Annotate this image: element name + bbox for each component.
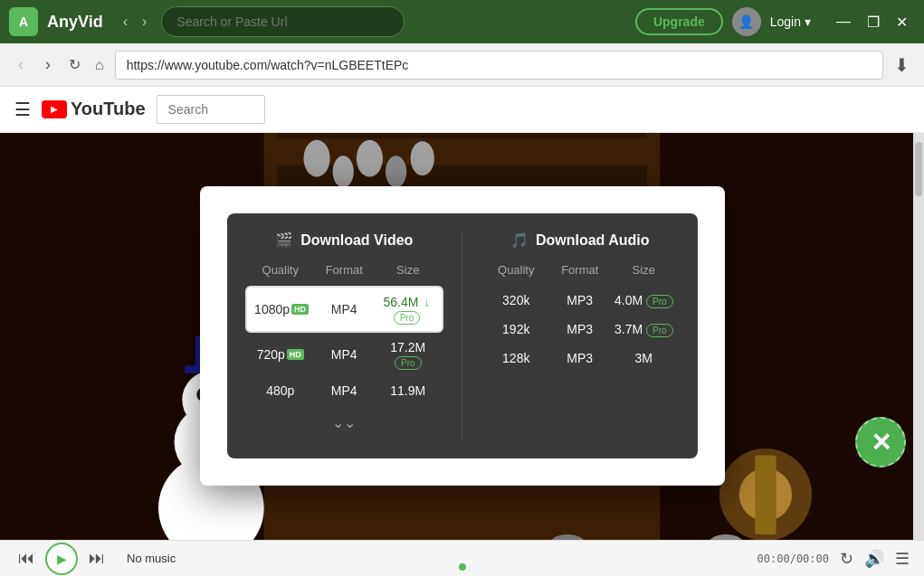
nav-back-button[interactable]: ‹ <box>118 10 133 33</box>
audio-quality-320k: 320k <box>484 293 548 307</box>
audio-quality-128k: 128k <box>484 351 548 365</box>
app-logo: A <box>9 7 38 36</box>
title-bar: A AnyVid ‹ › Upgrade 👤 Login ▾ — ❐ ✕ <box>0 0 924 43</box>
maximize-button[interactable]: ❐ <box>860 10 887 34</box>
video-row-480p[interactable]: 480p MP4 11.9M <box>245 376 444 405</box>
audio-size-320k: 4.0M Pro <box>612 293 676 307</box>
download-modal-overlay: 🎬 Download Video Quality Format Size <box>0 133 924 540</box>
audio-section-header: 🎵 Download Audio <box>481 231 680 249</box>
download-modal: 🎬 Download Video Quality Format Size <box>200 186 725 486</box>
video-quality-1080p: 1080p HD <box>251 302 313 316</box>
audio-size-128k: 3M <box>612 351 676 365</box>
pro-badge-720p: Pro <box>395 356 422 370</box>
pro-badge-192k: Pro <box>646 324 673 337</box>
video-area: 🎬 Download Video Quality Format Size <box>0 133 924 540</box>
content-wrapper: ☰ YouTube <box>0 87 924 576</box>
audio-row-320k[interactable]: 320k MP3 4.0M Pro <box>481 286 680 315</box>
youtube-logo: YouTube <box>42 99 146 119</box>
audio-row-192k[interactable]: 192k MP3 3.7M Pro <box>481 315 680 344</box>
video-icon: 🎬 <box>275 231 293 249</box>
browser-back-button[interactable]: ‹ <box>11 52 31 78</box>
pro-badge-320k: Pro <box>646 295 673 308</box>
chevron-down-icon: ▾ <box>805 14 811 29</box>
close-button[interactable]: ✕ <box>889 10 915 34</box>
youtube-text: YouTube <box>71 99 146 119</box>
browser-bar: ‹ › ↻ ⌂ https://www.youtube.com/watch?v=… <box>0 43 924 87</box>
youtube-search-input[interactable] <box>157 95 265 124</box>
panel-divider <box>462 231 462 440</box>
video-col-headers: Quality Format Size <box>245 263 444 277</box>
nav-arrows: ‹ › <box>118 10 153 33</box>
audio-size-header: Size <box>612 263 676 277</box>
minimize-button[interactable]: — <box>829 10 858 34</box>
video-quality-720p: 720p HD <box>249 347 313 362</box>
hamburger-menu-button[interactable]: ☰ <box>14 99 31 120</box>
search-bar[interactable] <box>161 6 405 37</box>
download-panel: 🎬 Download Video Quality Format Size <box>227 213 698 458</box>
video-size-header: Size <box>376 263 441 277</box>
audio-quality-header: Quality <box>484 263 548 277</box>
video-section-header: 🎬 Download Video <box>245 231 444 249</box>
audio-col-headers: Quality Format Size <box>481 263 680 277</box>
nav-forward-button[interactable]: › <box>137 10 152 33</box>
url-text: https://www.youtube.com/watch?v=nLGBEETt… <box>127 58 409 72</box>
main-content: 🎬 Download Video Quality Format Size <box>0 133 924 540</box>
video-quality-header: Quality <box>249 263 313 277</box>
window-controls: — ❐ ✕ <box>829 10 915 34</box>
login-button[interactable]: Login ▾ <box>770 14 811 29</box>
video-row-720p[interactable]: 720p HD MP4 17.2M Pro <box>245 333 444 376</box>
hd-badge-720p: HD <box>287 349 304 360</box>
expand-video-button[interactable]: ⌄⌄ <box>245 405 444 440</box>
video-size-480p: 11.9M <box>376 383 441 398</box>
audio-format-header: Format <box>548 263 613 277</box>
video-size-720p: 17.2M Pro <box>376 340 441 369</box>
audio-format-128k: MP3 <box>548 351 613 365</box>
browser-download-button[interactable]: ⬇ <box>891 51 913 80</box>
audio-format-192k: MP3 <box>548 322 613 336</box>
audio-format-320k: MP3 <box>548 293 613 307</box>
video-format-480p: MP4 <box>312 383 376 398</box>
video-size-1080p: 56.4M ↓ Pro <box>376 295 438 324</box>
download-arrow-icon: ↓ <box>424 295 430 309</box>
video-format-header: Format <box>312 263 376 277</box>
avatar: 👤 <box>732 7 761 36</box>
video-download-column: 🎬 Download Video Quality Format Size <box>245 231 444 440</box>
bottom-player: ⏮ ▶ ⏭ No music 00:00/00:00 ↻ 🔊 ☰ <box>0 540 924 576</box>
youtube-header: ☰ YouTube <box>0 87 924 133</box>
audio-row-128k[interactable]: 128k MP3 3M <box>481 344 680 373</box>
video-section-title: Download Video <box>300 232 413 249</box>
app-name: AnyVid <box>47 13 103 32</box>
video-row-1080p[interactable]: 1080p HD MP4 56.4M ↓ Pro <box>245 286 444 333</box>
refresh-button[interactable]: ↻ <box>65 52 84 77</box>
audio-quality-192k: 192k <box>484 322 548 336</box>
audio-size-192k: 3.7M Pro <box>612 322 676 336</box>
pro-badge-1080p: Pro <box>394 311 421 325</box>
video-format-1080p: MP4 <box>313 302 376 316</box>
url-bar[interactable]: https://www.youtube.com/watch?v=nLGBEETt… <box>115 51 883 80</box>
video-format-720p: MP4 <box>312 347 376 362</box>
audio-section-title: Download Audio <box>536 232 650 249</box>
browser-forward-button[interactable]: › <box>38 52 58 78</box>
search-input[interactable] <box>176 14 389 29</box>
audio-download-column: 🎵 Download Audio Quality Format Size <box>481 231 680 440</box>
video-quality-480p: 480p <box>249 383 313 398</box>
upgrade-button[interactable]: Upgrade <box>635 8 723 35</box>
hd-badge-1080p: HD <box>291 304 309 315</box>
youtube-icon <box>42 100 67 118</box>
home-button[interactable]: ⌂ <box>91 53 108 77</box>
progress-bar-area <box>0 563 924 571</box>
panel-columns: 🎬 Download Video Quality Format Size <box>245 231 680 440</box>
progress-dot <box>459 563 466 571</box>
audio-icon: 🎵 <box>510 231 529 249</box>
